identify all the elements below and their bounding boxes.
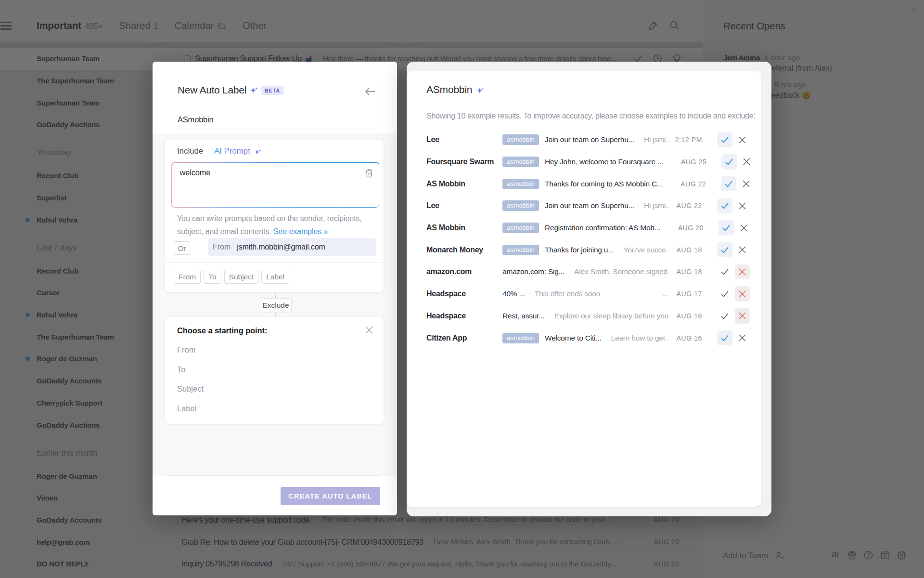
starting-point-title: Choose a starting point: xyxy=(177,326,267,335)
create-auto-label-button[interactable]: CREATE AUTO LABEL xyxy=(281,487,380,505)
result-preview: Hi jsmi... xyxy=(644,135,668,144)
result-subject: Join our team on Superhu... xyxy=(545,201,634,210)
result-subject: Thanks for joining u... xyxy=(545,246,614,254)
label-badge: asmobbin xyxy=(502,134,539,145)
add-condition-to-button[interactable]: To xyxy=(204,270,221,284)
include-example-button[interactable] xyxy=(721,154,737,170)
add-condition-label-button[interactable]: Label xyxy=(261,270,289,284)
result-subject: 40% ... xyxy=(502,289,525,298)
include-example-button[interactable] xyxy=(717,330,732,346)
ai-prompt-input[interactable]: welcome xyxy=(172,163,379,207)
result-preview: Learn how to get ... xyxy=(611,334,668,342)
starting-point-option-to[interactable]: To xyxy=(177,365,185,374)
label-badge: asmobbin xyxy=(502,179,539,189)
starting-point-option-subject[interactable]: Subject xyxy=(177,384,204,394)
result-sender: Headspace xyxy=(426,312,502,320)
flow-connector xyxy=(275,312,276,317)
include-example-button[interactable] xyxy=(717,308,732,324)
exclude-example-button[interactable] xyxy=(735,242,750,258)
exclude-example-button[interactable] xyxy=(735,308,750,324)
starting-point-option-label[interactable]: Label xyxy=(177,404,196,413)
result-sender: Lee xyxy=(426,135,502,144)
result-row: amazon.comamazon.com: Sig...Alex Smith, … xyxy=(407,261,761,283)
condition-buttons: FromToSubjectLabel xyxy=(174,270,289,284)
modal-title: New Auto Label xyxy=(178,84,246,96)
sparkle-icon xyxy=(254,149,261,156)
exclude-example-button[interactable] xyxy=(735,132,750,147)
from-condition-field[interactable]: From jsmith.mobbin@gmail.com xyxy=(208,238,376,256)
result-sender: AS Mobbin xyxy=(426,223,502,232)
result-subject: amazon.com: Sig... xyxy=(502,267,565,276)
exclude-example-button[interactable] xyxy=(739,154,755,170)
modal-header: New Auto Label BETA xyxy=(178,84,283,96)
include-example-button[interactable] xyxy=(717,242,732,258)
result-date: AUG 18 xyxy=(668,246,702,254)
result-subject: Thanks for coming to AS Mobbin C... xyxy=(545,180,663,188)
result-subject: Hey John, welcome to Foursquare ... xyxy=(545,158,663,166)
result-preview: Hi jsmi... xyxy=(644,201,668,210)
exclude-button[interactable]: Exclude xyxy=(260,298,292,312)
result-row: Foursquare SwarmasmobbinHey John, welcom… xyxy=(407,151,761,173)
exclude-example-button[interactable] xyxy=(735,264,750,280)
label-badge: asmobbin xyxy=(502,333,539,343)
result-preview: Explore our sleep library before you... xyxy=(554,312,668,320)
add-condition-from-button[interactable]: From xyxy=(174,270,201,284)
result-date: AUG 18 xyxy=(668,268,702,276)
result-row: Citizen AppasmobbinWelcome to Citi...Lea… xyxy=(407,327,761,349)
include-example-button[interactable] xyxy=(719,220,734,236)
beta-badge: BETA xyxy=(261,86,283,95)
result-date: 2:12 PM xyxy=(668,136,702,144)
from-condition-value: jsmith.mobbin@gmail.com xyxy=(237,243,325,251)
close-icon[interactable] xyxy=(365,326,373,334)
include-divider xyxy=(165,262,384,263)
include-label: Include xyxy=(177,146,203,156)
exclude-example-button[interactable] xyxy=(736,220,752,236)
footer-divider xyxy=(169,475,380,476)
starting-point-option-from[interactable]: From xyxy=(177,345,196,355)
result-sender: Foursquare Swarm xyxy=(426,158,502,166)
see-examples-link[interactable]: See examples » xyxy=(273,227,328,236)
include-example-button[interactable] xyxy=(717,264,732,280)
result-row: AS MobbinasmobbinRegistration confirmati… xyxy=(407,217,761,239)
result-row: Monarch MoneyasmobbinThanks for joining … xyxy=(407,239,761,261)
result-date: AUG 16 xyxy=(668,334,702,342)
result-date: AUG 25 xyxy=(673,158,706,166)
label-name-input[interactable]: ASmobbin xyxy=(178,115,214,124)
result-sender: Headspace xyxy=(426,289,502,298)
result-sender: Citizen App xyxy=(426,334,502,342)
or-chip: Or xyxy=(174,241,190,255)
results-modal: ASmobbin Showing 10 example results. To … xyxy=(407,62,771,516)
back-arrow-icon[interactable] xyxy=(365,87,375,96)
result-sender: amazon.com xyxy=(426,267,502,276)
result-date: AUG 22 xyxy=(668,202,702,210)
exclude-example-button[interactable] xyxy=(735,198,750,214)
exclude-example-button[interactable] xyxy=(735,286,750,302)
result-date: AUG 17 xyxy=(668,290,702,298)
ai-prompt-button[interactable]: AI Prompt xyxy=(214,146,250,156)
result-subject: Rest, assur... xyxy=(502,312,545,320)
result-sender: Lee xyxy=(426,201,502,210)
result-preview: You've succe... xyxy=(624,246,668,254)
result-subject: Join our team on Superhu... xyxy=(545,135,634,144)
prompt-helper-text: You can write prompts based on the sende… xyxy=(177,212,374,238)
include-card: Include AI Prompt welcome You can write … xyxy=(165,140,384,292)
exclude-example-button[interactable] xyxy=(735,330,750,346)
result-sender: Monarch Money xyxy=(426,246,502,254)
trash-icon[interactable] xyxy=(365,169,373,178)
results-title: ASmobbin xyxy=(426,84,472,95)
add-condition-subject-button[interactable]: Subject xyxy=(224,270,259,284)
exclude-example-button[interactable] xyxy=(739,176,754,192)
result-sender: AS Mobbin xyxy=(426,180,502,188)
result-row: Headspace40% ...This offer ends soon...A… xyxy=(407,283,761,305)
include-example-button[interactable] xyxy=(717,286,732,302)
results-panel: ASmobbin Showing 10 example results. To … xyxy=(407,71,761,507)
label-badge: asmobbin xyxy=(502,245,539,255)
include-example-button[interactable] xyxy=(717,198,732,214)
result-preview: Alex Smith, Someone signed-... xyxy=(574,267,668,276)
label-badge: asmobbin xyxy=(502,200,539,211)
include-example-button[interactable] xyxy=(717,132,732,147)
result-date: AUG 16 xyxy=(668,312,702,320)
include-example-button[interactable] xyxy=(721,176,736,192)
label-badge: asmobbin xyxy=(502,223,539,233)
input-underline xyxy=(178,129,372,129)
